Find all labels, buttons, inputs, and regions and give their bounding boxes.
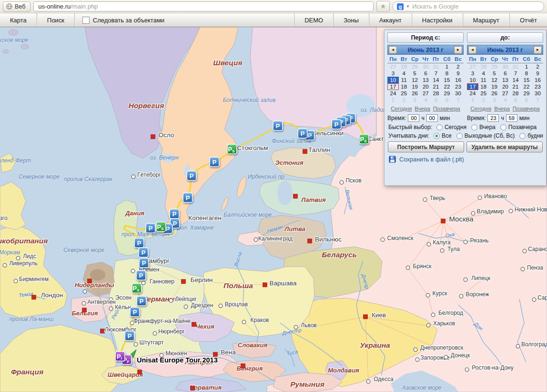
parking-marker[interactable]: P	[137, 296, 146, 306]
calendar-day[interactable]: 7	[532, 97, 543, 103]
parking-marker[interactable]: P	[332, 120, 341, 129]
calendar-day[interactable]: 3	[489, 97, 500, 103]
next-month-button[interactable]: ►	[454, 46, 462, 54]
calendar-day[interactable]: 21	[431, 83, 441, 90]
calendar-day[interactable]: 2	[532, 63, 543, 70]
toolbar-demo-button[interactable]: DEMO	[294, 13, 333, 27]
calendar-day[interactable]: 17	[387, 83, 399, 90]
calendar-day[interactable]: 13	[500, 77, 511, 83]
calendar-day[interactable]: 10	[387, 77, 399, 83]
calendar-day[interactable]: 5	[510, 97, 521, 103]
toolbar-account-button[interactable]: Аккаунт	[369, 13, 412, 27]
calendar-day[interactable]: 15	[521, 77, 532, 83]
parking-marker[interactable]: P	[187, 171, 196, 181]
toolbar-settings-button[interactable]: Настройки	[412, 13, 463, 27]
radio-icon[interactable]	[471, 124, 477, 131]
calendar-day[interactable]: 1	[467, 97, 478, 103]
quick-date-link[interactable]: Вчера	[494, 106, 509, 111]
parking-marker[interactable]: P	[130, 307, 140, 317]
quick-date-link[interactable]: Вчера	[415, 106, 430, 111]
route-endpoint-marker[interactable]: PI	[115, 352, 125, 361]
radio-option[interactable]: Вчера	[471, 124, 496, 131]
parking-marker[interactable]: P	[273, 121, 283, 131]
web-button[interactable]: Веб	[3, 1, 30, 12]
calendar-day[interactable]: 9	[453, 70, 464, 77]
calendar-day[interactable]: 3	[387, 70, 399, 77]
calendar-day[interactable]: 31	[510, 63, 521, 70]
calendar-day[interactable]: 11	[478, 77, 489, 83]
calendar-day[interactable]: 5	[409, 70, 421, 77]
toolbar-search-button[interactable]: Поиск	[37, 13, 75, 27]
calendar-day[interactable]: 1	[521, 63, 532, 70]
calendar-day[interactable]: 5	[489, 70, 500, 77]
calendar-day[interactable]: 17	[467, 83, 478, 90]
radio-icon[interactable]	[500, 124, 506, 131]
radio-option[interactable]: будни	[519, 132, 543, 139]
calendar-day[interactable]: 18	[478, 83, 489, 90]
calendar-day[interactable]: 6	[421, 70, 431, 77]
calendar-day[interactable]: 2	[478, 97, 489, 103]
parking-marker[interactable]: P	[136, 271, 146, 280]
calendar-day[interactable]: 27	[421, 90, 431, 97]
parking-marker[interactable]: P	[210, 157, 219, 167]
calendar-day[interactable]: 26	[409, 90, 421, 97]
toolbar-report-button[interactable]: Отчёт	[509, 13, 547, 27]
calendar-day[interactable]: 6	[521, 97, 532, 103]
calendar-day[interactable]: 30	[500, 63, 511, 70]
calendar-day[interactable]: 7	[510, 70, 521, 77]
bookmark-star-icon[interactable]: ★	[376, 1, 390, 12]
calendar-day[interactable]: 31	[431, 63, 441, 70]
build-route-button[interactable]: Построить Маршрут	[388, 141, 464, 152]
calendar-day[interactable]: 13	[421, 77, 431, 83]
calendar-day[interactable]: 2	[453, 63, 464, 70]
calendar-day[interactable]: 30	[532, 90, 543, 97]
calendar-day[interactable]: 24	[467, 90, 478, 97]
calendar-day[interactable]: 18	[399, 83, 409, 90]
calendar-day[interactable]: 28	[510, 90, 521, 97]
calendar-day[interactable]: 15	[441, 77, 453, 83]
parking-stop-marker[interactable]: PS	[156, 222, 166, 231]
calendar-day[interactable]: 14	[510, 77, 521, 83]
calendar-day[interactable]: 29	[489, 63, 500, 70]
radio-icon[interactable]	[436, 124, 443, 131]
toolbar-map-button[interactable]: Карта	[0, 13, 37, 27]
parking-marker[interactable]: P	[170, 209, 179, 219]
parking-marker[interactable]: P	[183, 193, 192, 202]
radio-option[interactable]: Сегодня	[436, 124, 466, 131]
parking-marker[interactable]: P	[298, 129, 307, 138]
calendar-day[interactable]: 23	[453, 83, 464, 90]
parking-stop-marker[interactable]: PS	[132, 283, 142, 293]
calendar-day[interactable]: 27	[500, 90, 511, 97]
search-input[interactable]: g ▼ Искать в Google	[393, 1, 544, 11]
radio-option[interactable]: Выходные (Сб, Вс)	[456, 132, 515, 139]
calendar-day[interactable]: 7	[453, 97, 464, 103]
calendar-day[interactable]: 29	[521, 90, 532, 97]
delete-routes-button[interactable]: Удалить все маршруты	[466, 141, 543, 152]
quick-date-link[interactable]: Сегодня	[470, 106, 491, 111]
quick-date-link[interactable]: Позавчера	[433, 106, 460, 111]
calendar-day[interactable]: 20	[421, 83, 431, 90]
calendar-day[interactable]: 10	[467, 77, 478, 83]
minute-from-input[interactable]	[426, 114, 438, 122]
quick-date-link[interactable]: Позавчера	[513, 106, 540, 111]
calendar-day[interactable]: 19	[489, 83, 500, 90]
calendar-day[interactable]: 3	[467, 70, 478, 77]
follow-objects-control[interactable]: Следовать за объектами	[75, 13, 172, 27]
calendar-day[interactable]: 21	[510, 83, 521, 90]
parking-stop-marker[interactable]: PS	[227, 144, 237, 154]
toolbar-zones-button[interactable]: Зоны	[333, 13, 369, 27]
calendar-day[interactable]: 1	[441, 63, 453, 70]
toolbar-route-button[interactable]: Маршрут	[463, 13, 509, 27]
prev-month-button[interactable]: ◄	[468, 46, 476, 54]
radio-icon[interactable]	[456, 133, 463, 139]
calendar-day[interactable]: 6	[500, 70, 511, 77]
calendar-day[interactable]: 6	[441, 97, 453, 103]
calendar-day[interactable]: 1	[387, 97, 399, 103]
calendar-day[interactable]: 2	[399, 97, 409, 103]
calendar-day[interactable]: 16	[453, 77, 464, 83]
save-file-row[interactable]: Сохранить в файл (.plt)	[389, 156, 542, 163]
hour-from-input[interactable]	[408, 114, 419, 122]
calendar-day[interactable]: 29	[409, 63, 421, 70]
calendar-day[interactable]: 28	[478, 63, 489, 70]
follow-checkbox[interactable]	[82, 17, 90, 24]
